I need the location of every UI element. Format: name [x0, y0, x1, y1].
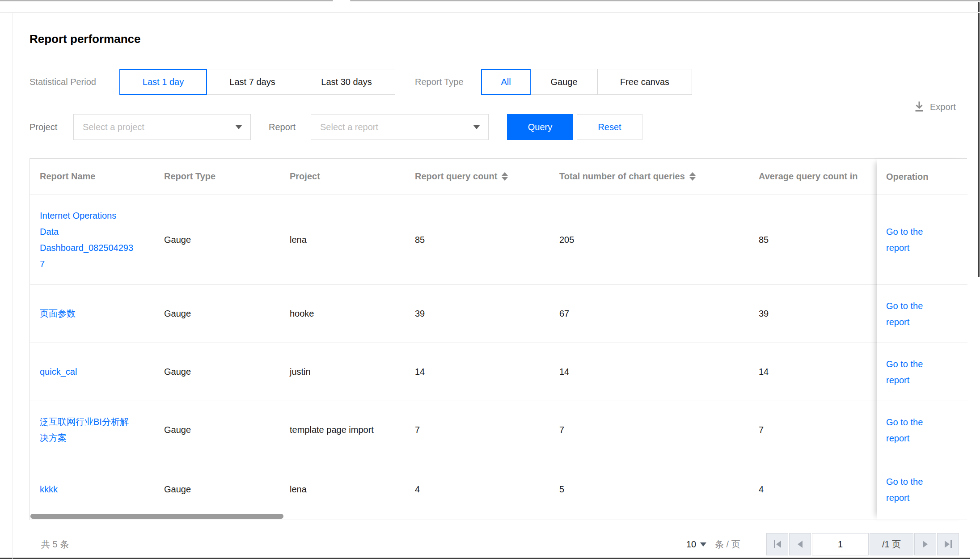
report-select-placeholder: Select a report: [320, 122, 378, 132]
report-name-link[interactable]: 泛互联网行业BI分析解决方案: [40, 414, 134, 446]
cell-avg-query: 39: [749, 284, 877, 343]
col-average-query-count: Average query count in: [749, 159, 877, 195]
cell-report-type: Gauge: [154, 195, 280, 284]
period-last-7-days-button[interactable]: Last 7 days: [207, 69, 298, 95]
cell-query-count: 7: [405, 401, 549, 459]
cell-query-count: 85: [405, 195, 549, 284]
card-top-divider: [0, 12, 980, 13]
cell-avg-query: 85: [749, 195, 877, 284]
pagination-total: 共 5 条: [41, 533, 69, 555]
report-performance-screen: Report performance Statistical Period La…: [0, 0, 980, 559]
last-page-icon: [945, 540, 952, 548]
report-table: Report Name Report Type Project Report q…: [30, 158, 967, 520]
table-row: Internet Operations Data Dashboard_08250…: [30, 195, 877, 284]
next-page-button[interactable]: [914, 533, 936, 555]
type-all-button[interactable]: All: [481, 69, 531, 95]
operation-cell: Go to the report: [877, 459, 967, 520]
cell-report-name: 泛互联网行业BI分析解决方案: [30, 401, 154, 459]
report-type-group: All Gauge Free canvas: [481, 69, 692, 95]
window-top-edge-left: [0, 0, 333, 1]
operation-cell: Go to the report: [877, 195, 967, 284]
card-left-border: [12, 13, 13, 559]
col-operation: Operation: [877, 159, 967, 195]
period-last-1-day-button[interactable]: Last 1 day: [119, 69, 207, 95]
table-row: 页面参数 Gauge hooke 39 67 39: [30, 284, 877, 343]
reset-button[interactable]: Reset: [577, 114, 642, 140]
cell-chart-queries: 14: [549, 343, 749, 401]
export-label: Export: [930, 102, 956, 112]
cell-report-type: Gauge: [154, 401, 280, 459]
cell-project: lena: [280, 459, 405, 520]
operation-column: Operation Go to the report Go to the rep…: [877, 159, 967, 520]
table-scroll-area: Report Name Report Type Project Report q…: [30, 159, 877, 520]
page-title: Report performance: [30, 32, 141, 46]
go-to-report-link[interactable]: Go to the report: [886, 298, 936, 330]
report-select[interactable]: Select a report: [311, 114, 489, 140]
chevron-down-icon: [700, 542, 706, 546]
report-name-link[interactable]: Internet Operations Data Dashboard_08250…: [40, 208, 134, 272]
report-label: Report: [269, 114, 296, 140]
project-label: Project: [30, 114, 57, 140]
report-type-label: Report Type: [415, 69, 464, 95]
cell-project: justin: [280, 343, 405, 401]
report-name-link[interactable]: kkkk: [40, 481, 134, 497]
vertical-scrollbar[interactable]: [978, 2, 980, 277]
sort-icon[interactable]: [689, 172, 696, 181]
cell-report-name: Internet Operations Data Dashboard_08250…: [30, 195, 154, 284]
cell-query-count: 14: [405, 343, 549, 401]
project-select[interactable]: Select a project: [73, 114, 251, 140]
operation-cell: Go to the report: [877, 343, 967, 401]
cell-report-type: Gauge: [154, 284, 280, 343]
cell-report-name: 页面参数: [30, 284, 154, 343]
col-total-chart-queries: Total number of chart queries: [549, 159, 749, 195]
cell-project: hooke: [280, 284, 405, 343]
go-to-report-link[interactable]: Go to the report: [886, 414, 936, 446]
first-page-button[interactable]: [766, 533, 788, 555]
current-page-input[interactable]: [812, 533, 869, 555]
cell-query-count: 4: [405, 459, 549, 520]
previous-page-button[interactable]: [789, 533, 811, 555]
operation-cell: Go to the report: [877, 401, 967, 459]
chevron-down-icon: [473, 125, 480, 129]
table-header-row: Report Name Report Type Project Report q…: [30, 159, 877, 195]
query-button[interactable]: Query: [507, 114, 573, 140]
cell-report-type: Gauge: [154, 459, 280, 520]
last-page-button[interactable]: [937, 533, 959, 555]
operation-cell: Go to the report: [877, 284, 967, 343]
table-row: quick_cal Gauge justin 14 14 14: [30, 343, 877, 401]
sort-icon[interactable]: [502, 172, 508, 181]
col-report-type: Report Type: [154, 159, 280, 195]
cell-chart-queries: 5: [549, 459, 749, 520]
cell-avg-query: 7: [749, 401, 877, 459]
cell-chart-queries: 205: [549, 195, 749, 284]
col-project: Project: [280, 159, 405, 195]
report-name-link[interactable]: 页面参数: [40, 305, 134, 322]
cell-project: template page import: [280, 401, 405, 459]
chevron-down-icon: [235, 125, 242, 129]
go-to-report-link[interactable]: Go to the report: [886, 356, 936, 388]
export-button[interactable]: Export: [914, 99, 956, 114]
go-to-report-link[interactable]: Go to the report: [886, 224, 936, 256]
cell-report-name: kkkk: [30, 459, 154, 520]
type-free-canvas-button[interactable]: Free canvas: [597, 69, 692, 95]
first-page-icon: [774, 540, 781, 548]
horizontal-scrollbar-thumb[interactable]: [30, 514, 283, 519]
go-to-report-link[interactable]: Go to the report: [886, 474, 936, 506]
period-last-30-days-button[interactable]: Last 30 days: [298, 69, 395, 95]
table-row: kkkk Gauge lena 4 5 4: [30, 459, 877, 520]
cell-project: lena: [280, 195, 405, 284]
page-size-select[interactable]: 10: [686, 533, 706, 555]
total-pages: /1 页: [870, 533, 913, 555]
cell-report-name: quick_cal: [30, 343, 154, 401]
cell-avg-query: 14: [749, 343, 877, 401]
col-report-query-count: Report query count: [405, 159, 549, 195]
type-gauge-button[interactable]: Gauge: [530, 69, 598, 95]
window-top-edge-right: [350, 0, 980, 1]
report-name-link[interactable]: quick_cal: [40, 364, 134, 380]
pager: /1 页: [766, 533, 959, 555]
cell-chart-queries: 7: [549, 401, 749, 459]
statistical-period-label: Statistical Period: [30, 69, 96, 95]
table-row: 泛互联网行业BI分析解决方案 Gauge template page impor…: [30, 401, 877, 459]
page-size-unit: 条 / 页: [715, 533, 740, 555]
cell-report-type: Gauge: [154, 343, 280, 401]
